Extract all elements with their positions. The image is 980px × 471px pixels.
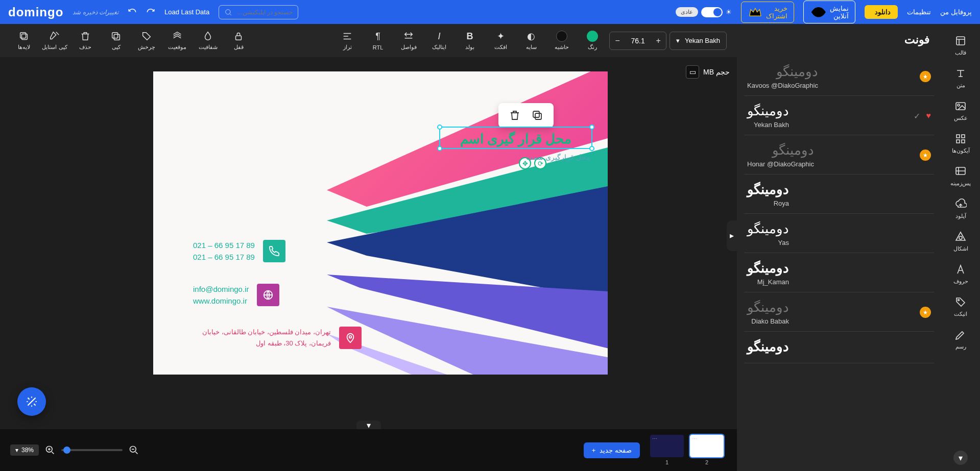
page-number: 2: [705, 459, 708, 465]
tool-delete[interactable]: حذف: [71, 31, 99, 51]
font-row[interactable]: دومینگوRoya: [744, 175, 934, 214]
bottom-bar: ⋯ 2 ⋯ 1 صفحه جدید + 38% ▾: [0, 429, 737, 471]
font-preview: دومینگو: [747, 300, 789, 315]
tool-spacing[interactable]: فواصل: [395, 31, 422, 51]
artboard[interactable]: محل قرار گیری اسم ⟳ ✥ محل قرارگیری سمت 0…: [153, 71, 608, 375]
tool-copy[interactable]: کپی: [102, 31, 130, 51]
svg-rect-17: [535, 113, 541, 119]
magic-icon: ✦: [495, 31, 506, 42]
rtl-icon: ¶: [372, 31, 384, 42]
font-size-increase[interactable]: +: [651, 36, 666, 45]
canvas-collapse-button[interactable]: ▾: [356, 420, 381, 429]
svg-point-10: [959, 236, 962, 239]
sidebar-item-shapes[interactable]: اشکال: [944, 226, 977, 257]
resize-handle[interactable]: [589, 125, 594, 130]
page-menu-icon[interactable]: ⋯: [692, 436, 697, 441]
font-row[interactable]: دومینگوMj_Kaman: [744, 253, 934, 292]
sidebar-scroll-down[interactable]: ▾: [953, 451, 968, 465]
panel-collapse-button[interactable]: ▸: [727, 220, 737, 251]
top-bar: پروفایل من تنظیمات دانلود نمایش آنلاین خ…: [0, 0, 980, 24]
zoom-slider[interactable]: [61, 449, 123, 451]
font-panel-title: فونت: [737, 24, 941, 54]
tool-layers[interactable]: لایه‌ها: [10, 31, 38, 51]
sidebar-item-label[interactable]: اتیکت: [944, 291, 977, 322]
web-block[interactable]: info@domingo.irwww.domingo.ir: [193, 284, 279, 307]
zoom-controls: 38% ▾: [10, 444, 139, 456]
load-last-data[interactable]: Load Last Data: [164, 8, 209, 16]
font-size-input[interactable]: [625, 37, 651, 45]
new-page-button[interactable]: صفحه جدید +: [584, 442, 640, 458]
font-row[interactable]: ★دومینگوDiako Babak: [744, 292, 934, 332]
tool-copy-style[interactable]: کپی استایل: [41, 31, 68, 51]
font-row[interactable]: ★دومینگوKavoos @DiakoGraphic: [744, 57, 934, 96]
resize-handle[interactable]: [589, 146, 594, 151]
app-search[interactable]: [219, 5, 298, 19]
zoom-in-icon[interactable]: [45, 445, 55, 455]
page-thumb-2[interactable]: ⋯: [690, 435, 724, 457]
preview-button[interactable]: نمایش آنلاین: [803, 1, 856, 24]
phone-block[interactable]: 021 – 66 95 17 89021 – 66 95 17 89: [193, 240, 285, 263]
selected-text-element[interactable]: محل قرار گیری اسم: [439, 127, 592, 149]
font-name-label: Yekan Bakh: [747, 121, 789, 129]
tool-lock[interactable]: قفل: [225, 31, 252, 51]
tool-italic[interactable]: Iایتالیک: [425, 31, 453, 51]
font-row[interactable]: دومینگوYas: [744, 214, 934, 253]
sidebar-item-template[interactable]: قالب: [944, 30, 977, 61]
font-preview: دومینگو: [747, 142, 814, 158]
resize-handle[interactable]: [437, 146, 442, 151]
tool-opacity[interactable]: شفافیت: [194, 31, 222, 51]
redo-icon[interactable]: [146, 8, 155, 17]
pin-icon: [339, 327, 362, 349]
trash-icon[interactable]: [509, 109, 521, 121]
sidebar-item-background[interactable]: پس‌زمینه: [944, 161, 977, 191]
zoom-out-icon[interactable]: [129, 445, 139, 455]
profile-link[interactable]: پروفایل من: [940, 8, 972, 16]
subscribe-button[interactable]: خرید اشتراک: [741, 2, 794, 23]
address-block[interactable]: تهران، میدان فلسطین، خیابان طالقانی، خیا…: [193, 327, 362, 349]
undo-icon[interactable]: [128, 8, 137, 17]
duplicate-icon[interactable]: [531, 109, 543, 121]
text-content[interactable]: محل قرار گیری اسم: [440, 128, 591, 150]
mode-badge: عادی: [676, 7, 698, 17]
fit-icon: ▭: [686, 65, 699, 79]
canvas-area[interactable]: حجم MB ▭ محل قرار گیری اسم ⟳ ✥ محل قرارگ…: [0, 57, 737, 429]
page-thumb-1[interactable]: ⋯: [650, 435, 684, 457]
svg-rect-13: [114, 34, 119, 40]
zoom-value[interactable]: 38% ▾: [10, 444, 39, 456]
svg-point-4: [958, 104, 960, 106]
svg-point-0: [816, 10, 820, 14]
tool-effect[interactable]: ✦افکت: [487, 31, 514, 51]
sidebar-item-draw[interactable]: رسم: [944, 324, 977, 355]
tool-bold[interactable]: Bبولد: [456, 31, 484, 51]
tool-fill-color[interactable]: رنگ: [579, 31, 606, 51]
italic-icon: I: [434, 31, 445, 42]
font-row[interactable]: دومینگو: [744, 332, 934, 363]
font-family-select[interactable]: Yekan Bakh ▾: [670, 32, 727, 50]
tool-rotate[interactable]: چرخش: [133, 31, 160, 51]
font-row[interactable]: ♥✓دومینگوYekan Bakh: [744, 96, 934, 135]
resize-handle[interactable]: [437, 125, 442, 130]
font-size-decrease[interactable]: −: [610, 36, 625, 45]
settings-link[interactable]: تنظیمات: [907, 8, 931, 16]
tool-stroke[interactable]: حاشیه: [548, 31, 576, 51]
tool-rtl[interactable]: ¶RTL: [364, 31, 392, 51]
download-button[interactable]: دانلود: [865, 5, 898, 19]
tool-position[interactable]: موقعیت: [163, 31, 191, 51]
search-input[interactable]: [236, 9, 293, 16]
sidebar-item-icons[interactable]: آیکون‌ها: [944, 128, 977, 159]
stroke-color-swatch: [556, 31, 567, 42]
subtitle-text[interactable]: محل قرارگیری سمت: [526, 153, 590, 161]
file-size-indicator[interactable]: حجم MB ▭: [686, 65, 730, 79]
sidebar-item-text[interactable]: متن: [944, 63, 977, 93]
page-menu-icon[interactable]: ⋯: [652, 436, 657, 441]
sidebar-item-letters[interactable]: حروف: [944, 259, 977, 289]
font-list[interactable]: ★دومینگوKavoos @DiakoGraphic♥✓دومینگوYek…: [737, 57, 941, 471]
heart-icon[interactable]: ♥: [926, 111, 931, 120]
font-row[interactable]: ★دومینگوHonar @DiakoGraphic: [744, 135, 934, 175]
sidebar-item-image[interactable]: عکس: [944, 95, 977, 126]
sidebar-item-upload[interactable]: آپلود: [944, 193, 977, 224]
magic-fab[interactable]: [17, 387, 46, 416]
tool-align[interactable]: تراز: [333, 31, 361, 51]
tool-shadow[interactable]: ◐سایه: [517, 31, 545, 51]
theme-toggle[interactable]: ☀ عادی: [676, 7, 732, 17]
